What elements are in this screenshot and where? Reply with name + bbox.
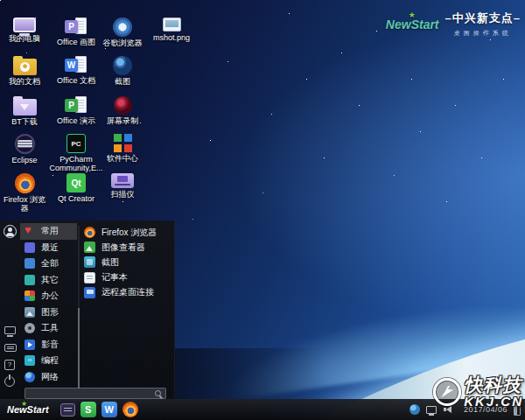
desktop-icon-bt-download[interactable]: BT下载 <box>0 96 49 126</box>
desktop-icon-qt-creator[interactable]: QtQt Creator <box>52 173 101 203</box>
image-viewer-icon <box>84 242 95 253</box>
desktop-icon-office-draw[interactable]: POffice 画图 <box>52 18 101 46</box>
desktop-icon-screen-recorder[interactable]: 屏幕录制 <box>98 96 147 125</box>
system-tray: 2017/04/06 <box>410 404 525 416</box>
start-menu: ? 常用最近全部其它办公图形工具影音编程网络 Firefox 浏览器图像查看器截… <box>0 220 175 399</box>
network-icon <box>24 372 35 382</box>
display-tray-icon[interactable] <box>426 406 437 414</box>
menu-category-label: 影音 <box>41 339 59 351</box>
volume-tray-icon[interactable] <box>443 406 452 413</box>
menu-app-image-viewer[interactable]: 图像查看器 <box>84 240 173 255</box>
desktop-icon-label: Firefox 浏览器 <box>0 195 49 213</box>
menu-category-office[interactable]: 办公 <box>20 288 77 304</box>
menu-search <box>24 388 166 399</box>
screenshot-icon <box>84 256 95 268</box>
desktop-icon-label: 屏幕录制 <box>107 116 138 125</box>
taskbar: NewStart ★ SW 2017/04/06 <box>0 399 525 420</box>
heart-icon <box>24 226 35 236</box>
desktop-screen: NewStart ★ –中兴新支点– 桌面操作系统 我的电脑POffice 画图… <box>0 0 525 420</box>
menu-category-programming[interactable]: 编程 <box>20 353 77 369</box>
qt-creator-icon: Qt <box>66 173 86 192</box>
taskbar-date[interactable]: 2017/04/06 <box>464 405 508 414</box>
start-button[interactable]: NewStart ★ <box>4 404 52 415</box>
office-impress-icon: P <box>65 96 88 115</box>
menu-app-label: 记事本 <box>102 271 128 284</box>
start-star-icon: ★ <box>21 400 27 408</box>
desktop-icon-pycharm[interactable]: PCPyCharm Community,E... <box>52 134 101 172</box>
scanner-icon <box>111 173 134 188</box>
desktop-icon-label: 扫描仪 <box>111 190 135 199</box>
desktop-icon-label: BT下载 <box>11 117 38 126</box>
taskbar-firefox-icon[interactable] <box>122 402 138 417</box>
help-icon[interactable]: ? <box>4 360 15 370</box>
other-icon <box>24 275 35 285</box>
desktop-icon-label: 我的文档 <box>9 77 40 86</box>
desktop-icon-office-writer[interactable]: WOffice 文档 <box>52 56 101 85</box>
my-computer-icon <box>13 18 36 32</box>
menu-category-media[interactable]: 影音 <box>20 337 77 354</box>
code-icon <box>24 355 35 366</box>
media-icon <box>24 340 35 350</box>
menu-category-label: 图形 <box>41 306 59 318</box>
tray-icon-group <box>410 404 458 415</box>
mshot-png-icon <box>163 18 181 32</box>
taskbar-wps-spreadsheet-icon[interactable]: S <box>80 402 96 417</box>
menu-category-label: 其它 <box>41 274 59 286</box>
menu-app-label: 图像查看器 <box>102 242 145 254</box>
menu-app-screenshot[interactable]: 截图 <box>84 255 173 270</box>
office-icon <box>24 290 35 301</box>
desktop-icon-scanner[interactable]: 扫描仪 <box>98 173 147 199</box>
menu-app-firefox[interactable]: Firefox 浏览器 <box>84 225 173 240</box>
menu-category-favorites[interactable]: 常用 <box>20 223 77 240</box>
display-settings-icon[interactable] <box>4 326 16 334</box>
menu-category-all[interactable]: 全部 <box>20 256 77 272</box>
menu-app-notepad[interactable]: 记事本 <box>84 270 173 285</box>
network-tray-icon[interactable] <box>410 404 420 415</box>
desktop-icon-eclipse[interactable]: Eclipse <box>0 134 49 164</box>
my-documents-icon <box>13 59 37 75</box>
power-icon[interactable] <box>4 376 15 387</box>
desktop-icon-screenshot[interactable]: 截图 <box>98 56 147 86</box>
menu-category-label: 最近 <box>41 242 59 254</box>
graphics-icon <box>24 307 35 318</box>
tools-icon <box>24 323 35 333</box>
menu-app-list: Firefox 浏览器图像查看器截图记事本远程桌面连接 <box>84 225 173 300</box>
desktop-icon-mshot-png[interactable]: mshot.png <box>147 18 196 42</box>
firefox-icon <box>84 227 95 238</box>
recent-icon <box>24 242 35 253</box>
desktop-icon-label: PyCharm Community,E... <box>50 155 103 172</box>
screen-recorder-icon <box>114 96 132 115</box>
menu-app-label: 截图 <box>102 256 119 269</box>
desktop-icon-label: 谷歌浏览器 <box>103 38 143 47</box>
desktop-icon-office-impress[interactable]: POffice 演示 <box>52 96 101 125</box>
eclipse-icon <box>15 134 35 154</box>
show-desktop-button[interactable] <box>514 404 521 416</box>
taskbar-terminal-icon[interactable] <box>60 403 75 416</box>
desktop-icon-label: Office 文档 <box>57 76 95 85</box>
menu-category-network[interactable]: 网络 <box>20 369 77 386</box>
pycharm-icon: PC <box>66 134 86 153</box>
taskbar-pinned-apps: SW <box>60 402 138 417</box>
desktop-icon-label: Qt Creator <box>58 194 94 203</box>
menu-scrollbar-thumb[interactable] <box>78 308 80 388</box>
menu-category-label: 工具 <box>41 322 59 334</box>
notepad-icon <box>84 272 95 284</box>
desktop-icon-firefox[interactable]: Firefox 浏览器 <box>0 173 49 213</box>
desktop-icon-my-documents[interactable]: 我的文档 <box>0 56 49 86</box>
desktop-icon-software-center[interactable]: 软件中心 <box>98 134 147 163</box>
menu-category-other[interactable]: 其它 <box>20 272 77 289</box>
keyboard-settings-icon[interactable] <box>4 344 17 352</box>
all-icon <box>24 258 35 269</box>
taskbar-wps-writer-icon[interactable]: W <box>102 402 117 417</box>
menu-category-recent[interactable]: 最近 <box>20 240 77 256</box>
menu-category-tools[interactable]: 工具 <box>20 320 77 337</box>
menu-category-graphics[interactable]: 图形 <box>20 304 77 321</box>
firefox-icon <box>15 173 35 193</box>
office-writer-icon: W <box>65 56 88 74</box>
user-avatar[interactable] <box>4 225 17 238</box>
menu-app-remote-desktop[interactable]: 远程桌面连接 <box>84 285 173 300</box>
search-input[interactable] <box>25 388 155 398</box>
desktop-icon-google-browser[interactable]: 谷歌浏览器 <box>98 18 147 47</box>
desktop-icon-my-computer[interactable]: 我的电脑 <box>0 18 49 43</box>
menu-app-label: 远程桌面连接 <box>102 286 154 298</box>
